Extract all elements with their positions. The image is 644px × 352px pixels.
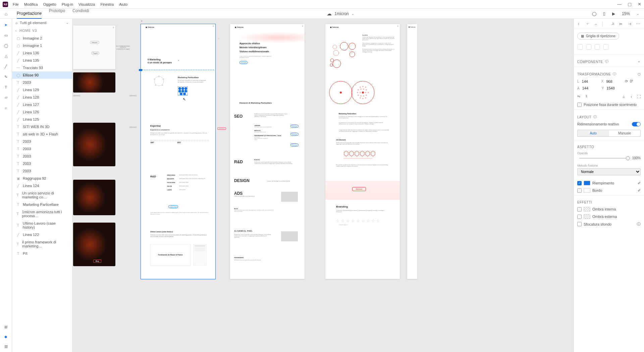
align-more-icon[interactable]: ⋯ — [636, 21, 641, 26]
pen-tool[interactable]: ✎ — [4, 75, 7, 79]
width-input[interactable] — [582, 79, 597, 83]
layer-item[interactable]: ╱Linea 129 — [12, 86, 72, 94]
rotate-icon[interactable]: ⟳ — [625, 79, 628, 83]
thumb-dark-2[interactable] — [73, 123, 115, 166]
info-icon[interactable]: ⓘ — [605, 59, 609, 64]
fill-swatch[interactable] — [584, 181, 590, 185]
layer-item[interactable]: T2003 — [12, 138, 72, 145]
ab3-sol3[interactable]: Soluzioni — [290, 143, 299, 146]
op-exclude-icon[interactable] — [603, 44, 609, 50]
canvas[interactable]: ≡ Soluzione Progetti MULTIDIMENSIONALEOL… — [72, 19, 574, 352]
thumb-dark-3[interactable] — [73, 180, 115, 215]
artboard-tool[interactable]: ▱ — [5, 95, 7, 100]
doc-name[interactable]: 1micron — [334, 11, 349, 16]
flip-v-icon[interactable]: ⥮ — [585, 94, 588, 99]
layer-item[interactable]: ▣Raggruppa 92 — [12, 175, 72, 182]
stroke-checkbox[interactable] — [577, 188, 582, 193]
layer-item[interactable]: T1micron armonizza tutti i process… — [12, 208, 72, 220]
tab-share[interactable]: Condividi — [72, 8, 89, 19]
layer-item[interactable]: 〰Tracciato 93 — [12, 64, 72, 71]
layer-item[interactable]: TP/t — [12, 250, 72, 257]
tab-prototype[interactable]: Prototipo — [49, 8, 65, 19]
ellipse-tool[interactable]: ◯ — [4, 44, 8, 48]
menu-view[interactable]: Visualizza — [78, 2, 95, 6]
layer-item[interactable]: ╱Linea 126 — [12, 108, 72, 116]
fx2-swatch[interactable] — [584, 214, 590, 219]
menu-object[interactable]: Oggetto — [43, 2, 56, 6]
menu-plugins[interactable]: Plug-in — [62, 2, 73, 6]
layer-item[interactable]: ╱Linea 125 — [12, 116, 72, 123]
zoom-tool[interactable]: ⌕ — [5, 106, 7, 110]
layer-item[interactable]: T2003 — [12, 160, 72, 167]
eyedropper-icon[interactable]: ✐ — [638, 188, 641, 193]
ab2-scopri-button[interactable]: scopri di più — [168, 205, 178, 208]
profile-icon[interactable]: ◯ — [592, 11, 596, 16]
plugins-icon[interactable]: ▥ — [4, 344, 8, 349]
artboard-next[interactable]: ▣ 1micron — [407, 24, 417, 279]
maximize-button[interactable]: ▢ — [628, 2, 632, 7]
op-subtract-icon[interactable] — [586, 44, 591, 50]
layers-icon[interactable]: ◆ — [4, 335, 8, 339]
align-hcenter-icon[interactable]: ⫟ — [586, 21, 590, 26]
libraries-icon[interactable]: ⊞ — [4, 325, 8, 329]
back-icon[interactable]: ‹ — [15, 29, 17, 33]
layer-item[interactable]: ╱Linea 136 — [12, 49, 72, 57]
menu-file[interactable]: File — [13, 2, 19, 6]
layer-item[interactable]: ╱Linea 124 — [12, 182, 72, 189]
layer-item[interactable]: T2003 — [12, 145, 72, 153]
blend-select[interactable]: Normale — [577, 168, 641, 175]
tab-design[interactable]: Progettazione — [17, 11, 42, 19]
y-input[interactable] — [606, 86, 622, 90]
layer-item[interactable]: TUltimo Lavoro (case history) — [12, 220, 72, 231]
menu-window[interactable]: Finestra — [100, 2, 114, 6]
zoom-value[interactable]: 15% — [622, 11, 630, 16]
opacity-slider[interactable] — [579, 158, 630, 159]
x-input[interactable] — [606, 79, 622, 83]
align-top-icon[interactable]: ⫡ — [611, 21, 615, 26]
select-tool[interactable]: ➤ — [4, 23, 7, 27]
ab3-sol1[interactable]: Soluzioni — [290, 125, 299, 128]
fixed-pos-checkbox[interactable] — [577, 103, 582, 107]
line-tool[interactable]: ╱ — [5, 64, 7, 69]
layer-item[interactable]: TUn unico servizio di marketing co… — [12, 189, 72, 201]
fx3-checkbox[interactable] — [577, 222, 582, 226]
selected-ellipse-grid[interactable] — [178, 86, 188, 96]
eyedropper-icon[interactable]: ✐ — [638, 181, 641, 185]
ab4-elementi-button[interactable]: Elementi — [352, 187, 366, 191]
layers-filter-dropdown[interactable]: Tutti gli elementi — [20, 21, 64, 25]
info-icon[interactable]: ⓘ — [637, 222, 641, 227]
artboard-home-v3[interactable]: ⠿ ≡ ▣ 1micron Il Marketing è un modo di … — [141, 24, 215, 279]
layer-item[interactable]: TSITI WEB IN 3D — [12, 123, 72, 130]
mobile-preview-icon[interactable]: ▯ — [603, 11, 605, 16]
info-icon[interactable]: ⓘ — [593, 115, 597, 119]
op-intersect-icon[interactable] — [595, 44, 600, 50]
add-component-icon[interactable]: ＋ — [637, 59, 641, 64]
op-add-icon[interactable] — [577, 44, 583, 50]
text-tool[interactable]: T — [5, 85, 7, 89]
ab3-sol2[interactable]: Soluzioni — [290, 133, 299, 136]
layer-item[interactable]: Til primo framework di marketing… — [12, 238, 72, 250]
expand-icon[interactable]: ⛶ — [637, 95, 641, 99]
search-icon[interactable]: ⌕ — [15, 21, 18, 25]
distribute-h-icon[interactable]: ⫝ — [622, 95, 626, 99]
layer-item[interactable]: TMarketing Particellare — [12, 201, 72, 208]
fill-checkbox[interactable]: ✓ — [577, 181, 582, 185]
layer-item[interactable]: ╱Linea 135 — [12, 57, 72, 64]
align-bottom-icon[interactable]: ⫣ — [628, 21, 632, 26]
chevron-down-icon[interactable]: ⌄ — [66, 21, 69, 24]
info-icon[interactable]: ⓘ — [613, 72, 616, 76]
fx1-checkbox[interactable] — [577, 207, 582, 212]
layer-item[interactable]: ◯Ellisse 90 — [12, 71, 72, 79]
height-input[interactable] — [582, 86, 598, 90]
responsive-toggle[interactable] — [632, 122, 641, 126]
play-button[interactable]: ▶ — [612, 11, 615, 16]
layer-item[interactable]: T2003 — [12, 167, 72, 175]
layer-item[interactable]: Tsiti web in 3D + Flash — [12, 130, 72, 138]
layer-item[interactable]: ╱Linea 127 — [12, 101, 72, 108]
thumb-dark-1[interactable] — [73, 72, 115, 93]
thumb-dark-4[interactable]: Blog — [73, 223, 115, 266]
align-right-icon[interactable]: ⫠ — [594, 21, 599, 26]
layer-item[interactable]: ▢Immagine 1 — [12, 42, 72, 49]
breadcrumb[interactable]: HOME V3 — [19, 29, 37, 33]
distribute-v-icon[interactable]: ⫞ — [630, 95, 632, 99]
